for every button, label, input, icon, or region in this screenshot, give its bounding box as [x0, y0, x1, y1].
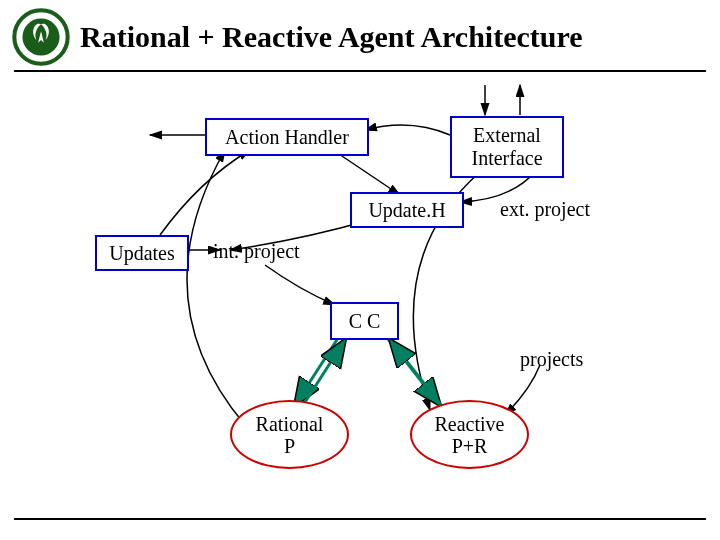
divider-bottom	[14, 518, 706, 520]
label-projects: projects	[520, 348, 583, 371]
svg-line-7	[300, 340, 345, 410]
box-update-h: Update.H	[350, 192, 464, 228]
svg-line-9	[390, 340, 445, 410]
label-ext-project: ext. project	[500, 198, 590, 221]
svg-line-8	[385, 335, 440, 405]
logo-icon	[12, 8, 70, 66]
box-label: External Interface	[471, 124, 542, 170]
label-int-project: int. project	[213, 240, 300, 263]
box-action-handler: Action Handler	[205, 118, 369, 156]
ellipse-label: Reactive P+R	[435, 413, 505, 457]
box-label: Updates	[109, 242, 175, 265]
divider-top	[14, 70, 706, 72]
box-label: Update.H	[368, 199, 445, 222]
box-cc: C C	[330, 302, 399, 340]
page-title: Rational + Reactive Agent Architecture	[80, 20, 583, 54]
svg-line-6	[295, 335, 340, 405]
box-updates: Updates	[95, 235, 189, 271]
box-label: C C	[349, 310, 381, 333]
box-external-interface: External Interface	[450, 116, 564, 178]
header: Rational + Reactive Agent Architecture	[0, 0, 720, 70]
ellipse-label: Rational P	[256, 413, 324, 457]
box-label: Action Handler	[225, 126, 349, 149]
ellipse-rational-p: Rational P	[230, 400, 349, 469]
diagram: Action Handler External Interface Update…	[0, 80, 720, 520]
ellipse-reactive-pr: Reactive P+R	[410, 400, 529, 469]
